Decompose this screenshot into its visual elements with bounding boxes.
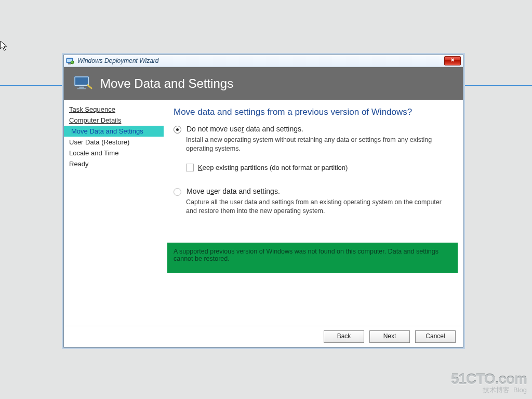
banner-title: Move Data and Settings: [100, 76, 233, 91]
wizard-window: Windows Deployment Wizard ✕ Move Data an…: [63, 55, 463, 348]
watermark: 51CTO.com 技术博客 Blog: [451, 371, 527, 394]
window-title: Windows Deployment Wizard: [77, 57, 159, 64]
radio-unselected-icon: [174, 188, 181, 196]
titlebar: Windows Deployment Wizard ✕: [64, 55, 463, 67]
svg-point-3: [71, 61, 74, 64]
sidebar-step-user-data-restore: User Data (Restore): [64, 137, 164, 148]
close-button[interactable]: ✕: [444, 56, 461, 65]
monitor-icon: [73, 75, 93, 92]
keep-partitions-checkbox[interactable]: Keep existing partitions (do not format …: [186, 164, 453, 171]
sidebar-step-locale: Locale and Time: [64, 148, 164, 158]
option-do-not-move-desc: Install a new operating system without r…: [186, 136, 451, 153]
app-icon: [66, 57, 74, 65]
info-message: A supported previous version of Windows …: [167, 243, 458, 273]
banner: Move Data and Settings: [64, 67, 463, 100]
radio-selected-icon: [174, 126, 181, 134]
svg-rect-7: [77, 88, 86, 89]
sidebar-step-computer-details[interactable]: Computer Details: [64, 115, 164, 126]
back-button[interactable]: Back: [324, 330, 364, 343]
sidebar-step-move-data: Move Data and Settings: [64, 126, 164, 137]
option-move-user-data-desc: Capture all the user data and settings f…: [186, 198, 451, 216]
sidebar-step-task-sequence[interactable]: Task Sequence: [64, 104, 164, 115]
option-do-not-move-label: Do not move user data and settings.: [187, 125, 303, 133]
mouse-cursor-icon: [0, 41, 9, 52]
svg-rect-2: [68, 63, 71, 64]
svg-rect-6: [79, 86, 84, 88]
option-move-user-data: Move user data and settings.: [174, 187, 453, 196]
svg-rect-5: [75, 77, 88, 84]
option-move-user-data-label: Move user data and settings.: [187, 187, 280, 195]
sidebar-step-ready: Ready: [64, 158, 164, 169]
content-pane: Move data and settings from a previous v…: [164, 100, 463, 326]
option-do-not-move[interactable]: Do not move user data and settings.: [174, 125, 453, 134]
footer: Back Next Cancel: [64, 326, 463, 347]
cancel-button[interactable]: Cancel: [415, 330, 456, 343]
keep-partitions-label: Keep existing partitions (do not format …: [198, 164, 348, 171]
sidebar: Task Sequence Computer Details Move Data…: [64, 100, 164, 326]
content-heading: Move data and settings from a previous v…: [174, 107, 453, 117]
next-button[interactable]: Next: [369, 330, 410, 343]
watermark-sub: 技术博客 Blog: [451, 387, 527, 394]
watermark-logo: 51CTO.com: [451, 371, 527, 387]
checkbox-icon: [186, 164, 194, 171]
